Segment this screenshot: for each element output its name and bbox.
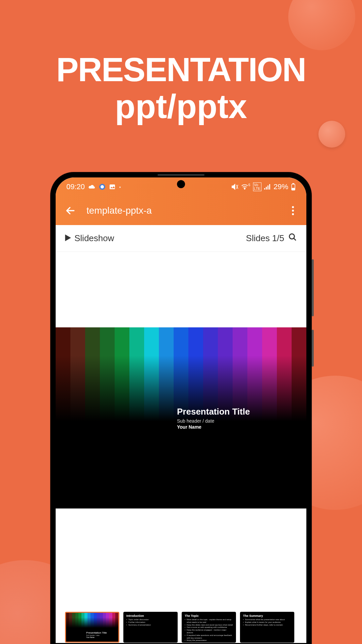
promo-heading: PRESENTATION ppt/pptx: [0, 50, 362, 126]
svg-point-1: [101, 185, 104, 189]
app-icon: [99, 183, 106, 190]
battery-icon: [291, 183, 296, 191]
slide-thumb-3[interactable]: The TopicMore detail on the topic - expl…: [182, 612, 236, 643]
appbar: template-pptx-a: [56, 196, 306, 225]
dot-icon: ●: [119, 185, 121, 189]
search-button[interactable]: [288, 233, 297, 244]
slide-title: Presentation Title: [177, 407, 250, 417]
slideshow-button[interactable]: Slideshow: [65, 233, 114, 244]
thumbs-area: Presentation TitleSub header / dateYour …: [56, 508, 306, 643]
phone-speaker: [158, 174, 204, 176]
signal-icon: [264, 184, 271, 190]
bg-decoration: [288, 0, 355, 50]
slide-thumb-4[interactable]: The SummarySummarise what the presentati…: [240, 612, 294, 643]
promo-line2: ppt/pptx: [0, 87, 362, 126]
svg-rect-6: [267, 185, 268, 190]
slideshow-label: Slideshow: [74, 233, 114, 244]
menu-button[interactable]: [289, 203, 297, 218]
content-area: Presentation Title Sub header / date You…: [56, 252, 306, 643]
svg-rect-4: [264, 188, 265, 190]
slide-thumb-2[interactable]: IntroductionTopic under discussionFurthe…: [123, 612, 178, 643]
slides-info: Slides 1/5: [246, 233, 297, 244]
promo-line1: PRESENTATION: [0, 50, 362, 89]
svg-point-13: [292, 210, 294, 212]
back-button[interactable]: [65, 205, 76, 216]
cloud-icon: [88, 184, 96, 190]
svg-point-16: [289, 234, 294, 239]
svg-line-17: [294, 238, 296, 240]
svg-point-14: [292, 213, 294, 215]
mute-icon: [232, 184, 238, 190]
main-slide[interactable]: Presentation Title Sub header / date You…: [56, 327, 306, 508]
slide-padding-top: [56, 252, 306, 327]
svg-rect-5: [266, 187, 267, 190]
phone-screen: 09:20 ● 6 VoLTE: [56, 177, 306, 643]
svg-rect-2: [110, 184, 115, 189]
phone-frame: 09:20 ● 6 VoLTE: [50, 172, 312, 644]
slide-subheader: Sub header / date: [177, 418, 250, 424]
play-icon: [65, 233, 71, 244]
svg-rect-10: [292, 188, 295, 190]
picture-icon: [109, 183, 116, 190]
thumbs-strip[interactable]: Presentation TitleSub header / dateYour …: [56, 612, 304, 643]
toolbar: Slideshow Slides 1/5: [56, 225, 306, 252]
slide-thumb-1[interactable]: Presentation TitleSub header / dateYour …: [65, 612, 119, 643]
volte-icon: VoLTE: [253, 182, 261, 191]
phone-power-button: [312, 330, 314, 367]
battery-percent: 29%: [274, 182, 288, 191]
slide-author: Your Name: [177, 424, 250, 430]
slide-text-block: Presentation Title Sub header / date You…: [177, 407, 250, 430]
svg-marker-15: [65, 234, 71, 241]
svg-rect-7: [269, 184, 270, 190]
svg-point-12: [292, 206, 294, 208]
status-time: 09:20: [66, 182, 85, 191]
wifi-icon: 6: [241, 184, 250, 190]
slides-count: Slides 1/5: [246, 233, 284, 244]
phone-volume-button: [312, 259, 314, 316]
appbar-title: template-pptx-a: [86, 205, 278, 216]
svg-rect-9: [293, 183, 294, 184]
svg-point-3: [244, 189, 245, 189]
phone-camera: [177, 180, 185, 188]
